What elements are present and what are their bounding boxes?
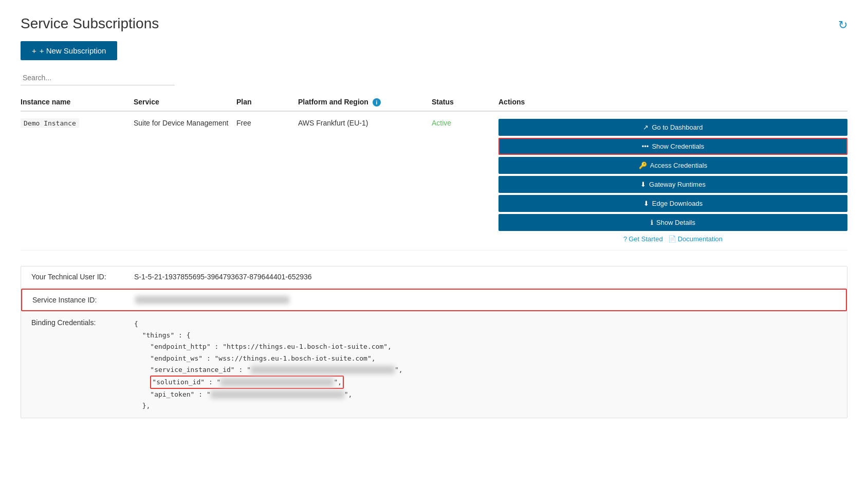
page-title: Service Subscriptions (21, 15, 159, 32)
get-started-link[interactable]: ? Get Started (623, 235, 663, 243)
action-links: ? Get Started 📄 Documentation (498, 235, 847, 243)
new-subscription-label: + New Subscription (40, 46, 106, 55)
service-instance-value (135, 296, 289, 304)
new-subscription-button[interactable]: + + New Subscription (21, 41, 117, 60)
plus-icon: + (32, 46, 36, 55)
question-icon: ? (623, 235, 627, 243)
key-icon: 🔑 (639, 162, 647, 169)
show-credentials-button[interactable]: ••• Show Credentials (498, 138, 847, 155)
binding-code-block: { "things" : { "endpoint_http" : "https:… (134, 318, 403, 412)
search-input[interactable] (21, 70, 175, 85)
col-header-status: Status (432, 98, 498, 106)
edge-downloads-button[interactable]: ⬇ Edge Downloads (498, 195, 847, 212)
doc-icon: 📄 (668, 235, 676, 243)
service-instance-row: Service Instance ID: (21, 289, 847, 311)
page-container: Service Subscriptions + + New Subscripti… (0, 0, 868, 434)
documentation-link[interactable]: 📄 Documentation (668, 235, 723, 243)
cell-status: Active (432, 117, 498, 129)
page-header: Service Subscriptions + + New Subscripti… (21, 15, 847, 60)
refresh-icon: ↻ (838, 19, 847, 31)
table-row: Demo Instance Suite for Device Managemen… (21, 112, 847, 251)
download2-icon: ⬇ (643, 200, 649, 207)
info-icon: ℹ (651, 219, 653, 226)
ellipsis-icon: ••• (642, 142, 649, 150)
download-icon: ⬇ (640, 181, 646, 188)
subscriptions-table: Instance name Service Plan Platform and … (21, 98, 847, 251)
header-left: Service Subscriptions + + New Subscripti… (21, 15, 159, 60)
platform-region-info-icon: i (373, 98, 381, 106)
col-header-plan: Plan (236, 98, 298, 106)
binding-credentials-row: Binding Credentials: { "things" : { "end… (21, 312, 847, 418)
cell-service: Suite for Device Management (134, 117, 236, 129)
technical-user-row: Your Technical User ID: S-1-5-21-1937855… (21, 266, 847, 288)
refresh-button[interactable]: ↻ (838, 19, 847, 32)
cell-platform-region: AWS Frankfurt (EU-1) (298, 117, 432, 129)
technical-user-label: Your Technical User ID: (31, 273, 134, 281)
cell-plan: Free (236, 117, 298, 129)
cell-actions: ↗ Go to Dashboard ••• Show Credentials 🔑… (498, 117, 847, 245)
col-header-service: Service (134, 98, 236, 106)
col-header-actions: Actions (498, 98, 847, 106)
show-details-button[interactable]: ℹ Show Details (498, 214, 847, 231)
table-header: Instance name Service Plan Platform and … (21, 98, 847, 112)
credentials-panel: Your Technical User ID: S-1-5-21-1937855… (21, 266, 847, 418)
go-to-dashboard-button[interactable]: ↗ Go to Dashboard (498, 119, 847, 136)
external-link-icon: ↗ (643, 123, 649, 131)
cell-instance-name: Demo Instance (21, 117, 134, 129)
col-header-instance-name: Instance name (21, 98, 134, 106)
binding-code: { "things" : { "endpoint_http" : "https:… (134, 318, 403, 412)
technical-user-value: S-1-5-21-1937855695-3964793637-879644401… (134, 273, 312, 281)
access-credentials-button[interactable]: 🔑 Access Credentials (498, 157, 847, 174)
binding-creds-label: Binding Credentials: (31, 318, 134, 327)
service-instance-label: Service Instance ID: (32, 296, 135, 304)
gateway-runtimes-button[interactable]: ⬇ Gateway Runtimes (498, 176, 847, 193)
col-header-platform-region: Platform and Region i (298, 98, 432, 106)
